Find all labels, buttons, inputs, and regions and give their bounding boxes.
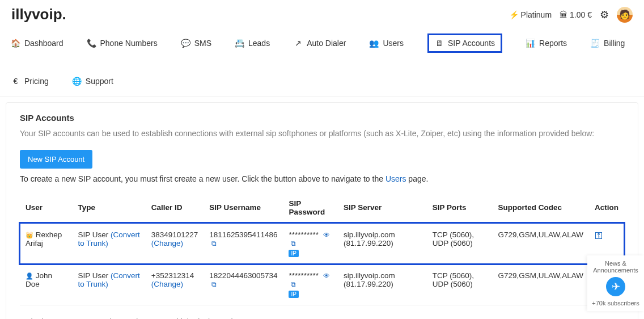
billing-icon: 🧾 [591, 39, 599, 48]
supported-codec: G729,GSM,ULAW,ALAW [492, 223, 589, 264]
col-header: User [20, 192, 72, 224]
new-sip-account-button[interactable]: New SIP Account [20, 150, 92, 169]
copy-icon[interactable]: ⧉ [211, 280, 217, 288]
sms-icon: 💬 [181, 39, 190, 48]
nav-item-auto-dialer[interactable]: ↗Auto Dialer [294, 39, 346, 48]
user-type-icon: 👑 [26, 232, 33, 238]
user-type-icon: 👤 [26, 272, 33, 279]
nav-item-phone-numbers[interactable]: 📞Phone Numbers [87, 39, 158, 48]
settings-gear-icon[interactable]: ⚙ [600, 9, 609, 21]
telegram-icon[interactable]: ✈ [606, 277, 625, 296]
balance-badge[interactable]: 🏛 1.00 € [560, 10, 592, 19]
nav-item-sms[interactable]: 💬SMS [181, 39, 211, 48]
copy-icon[interactable]: ⧉ [291, 280, 296, 288]
users-icon: 👥 [370, 39, 378, 48]
users-link[interactable]: Users [385, 174, 406, 183]
card-intro: Your SIP accounts can be used to establi… [20, 128, 624, 140]
nav-label: Support [86, 77, 113, 86]
nav-label: Auto Dialer [307, 39, 346, 48]
user-avatar[interactable]: 🧑 [617, 7, 633, 23]
sip-username: 1811625395411486 [209, 230, 277, 239]
pricing-icon: € [11, 77, 20, 86]
brand-logo[interactable]: illyvoip. [11, 6, 66, 23]
col-header: SIP Password [283, 192, 337, 224]
create-note: To create a new SIP account, you must fi… [20, 174, 624, 183]
phone-numbers-icon: 📞 [87, 39, 96, 48]
plan-icon: ⚡ [509, 10, 519, 19]
leads-icon: 📇 [235, 39, 244, 48]
plan-badge: ⚡ Platinum [509, 10, 552, 19]
support-icon: 🌐 [73, 77, 81, 86]
sip-server: sip.illyvoip.com (81.17.99.220) [338, 264, 427, 305]
sip-username: 1822044463005734 [209, 271, 277, 280]
caller-id: 38349101227 [151, 230, 198, 239]
nav-label: Leads [248, 39, 270, 48]
type-text: SIP User [78, 271, 111, 280]
nav-label: SMS [194, 39, 211, 48]
nav-label: Users [383, 39, 404, 48]
news-title: News & Announcements [590, 260, 642, 274]
footer-note: A single SIP account can be used across … [20, 317, 624, 319]
supported-codec: G729,GSM,ULAW,ALAW [492, 264, 589, 305]
balance-icon: 🏛 [560, 10, 567, 19]
col-header: SIP Ports [427, 192, 493, 224]
col-header: SIP Server [338, 192, 427, 224]
change-callerid-link[interactable]: (Change) [151, 280, 183, 288]
nav-item-leads[interactable]: 📇Leads [235, 39, 270, 48]
nav-label: Billing [604, 39, 625, 48]
sip-ports: TCP (5060), UDP (5060) [427, 223, 493, 264]
card-title: SIP Accounts [20, 113, 624, 123]
news-subs: +70k subscribers [590, 300, 642, 307]
col-header: Caller ID [146, 192, 204, 224]
col-header: Type [72, 192, 145, 224]
eye-icon[interactable]: 👁 [323, 231, 330, 239]
create-note-pre: To create a new SIP account, you must fi… [20, 174, 385, 183]
sip-password: ********** [289, 230, 319, 239]
nav-item-users[interactable]: 👥Users [370, 39, 404, 48]
nav-label: SIP Accounts [448, 39, 495, 48]
reports-icon: 📊 [526, 39, 535, 48]
sip-server: sip.illyvoip.com (81.17.99.220) [338, 223, 427, 264]
nav-label: Reports [539, 39, 567, 48]
table-row[interactable]: 👑 Rexhep ArifajSIP User (Convert to Trun… [20, 223, 624, 264]
type-text: SIP User [78, 230, 111, 239]
main-nav: 🏠Dashboard📞Phone Numbers💬SMS📇Leads↗Auto … [0, 23, 644, 96]
change-callerid-link[interactable]: (Change) [151, 239, 183, 247]
sip-accounts-card: SIP Accounts Your SIP accounts can be us… [6, 102, 638, 319]
nav-item-dashboard[interactable]: 🏠Dashboard [11, 39, 63, 48]
ip-badge[interactable]: IP [289, 291, 298, 298]
sip-accounts-table: UserTypeCaller IDSIP UsernameSIP Passwor… [20, 192, 624, 305]
sip-accounts-icon: 🖥 [435, 39, 443, 48]
dashboard-icon: 🏠 [11, 39, 20, 48]
eye-icon[interactable]: 👁 [323, 272, 330, 280]
ip-badge[interactable]: IP [289, 250, 298, 257]
nav-item-pricing[interactable]: €Pricing [11, 77, 49, 86]
col-header: Supported Codec [492, 192, 589, 224]
nav-item-sip-accounts[interactable]: 🖥SIP Accounts [427, 33, 502, 53]
sip-password: ********** [289, 271, 319, 280]
nav-item-reports[interactable]: 📊Reports [526, 39, 567, 48]
auto-dialer-icon: ↗ [294, 39, 302, 48]
col-header: Action [589, 192, 624, 224]
copy-icon[interactable]: ⧉ [211, 240, 217, 247]
nav-label: Dashboard [24, 39, 63, 48]
nav-item-support[interactable]: 🌐Support [73, 77, 113, 86]
table-row[interactable]: 👤 John DoeSIP User (Convert to Trunk)+35… [20, 264, 624, 305]
news-widget[interactable]: News & Announcements ✈ +70k subscribers [587, 255, 644, 311]
balance-amount: 1.00 € [570, 10, 592, 19]
create-note-post: page. [406, 174, 428, 183]
nav-label: Pricing [24, 77, 49, 86]
plan-label: Platinum [521, 10, 552, 19]
nav-label: Phone Numbers [100, 39, 158, 48]
sip-ports: TCP (5060), UDP (5060) [427, 264, 493, 305]
copy-icon[interactable]: ⧉ [291, 240, 296, 247]
key-icon[interactable]: ⚿ [595, 230, 603, 240]
caller-id: +352312314 [151, 271, 198, 280]
nav-item-billing[interactable]: 🧾Billing [591, 39, 625, 48]
col-header: SIP Username [204, 192, 283, 224]
